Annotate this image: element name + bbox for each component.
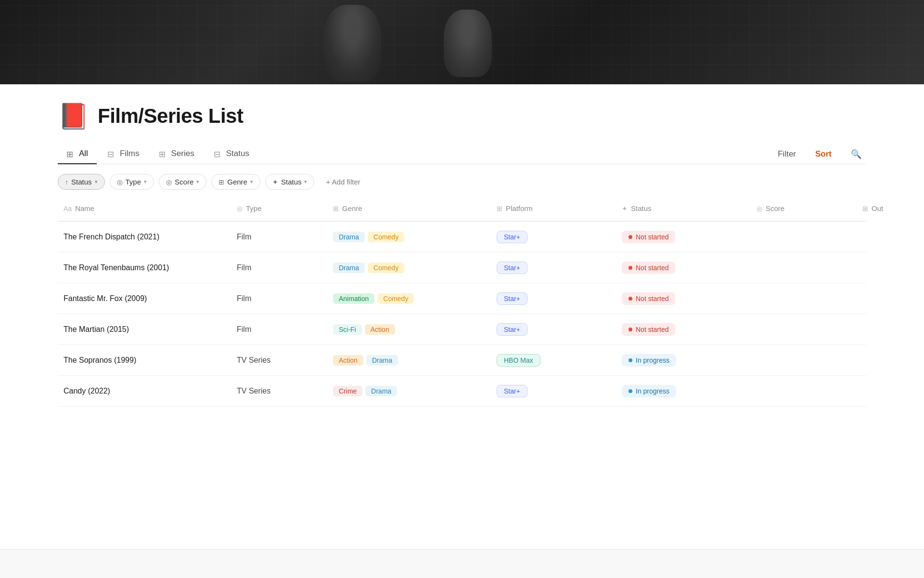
table-row[interactable]: Candy (2022)TV SeriesCrimeDramaStar+In p…	[58, 376, 866, 407]
cell-out-1	[857, 262, 914, 274]
add-filter-button[interactable]: + Add filter	[319, 174, 367, 189]
cell-type-5: TV Series	[231, 381, 327, 401]
type-col-icon: ◎	[237, 205, 243, 212]
cell-score-2	[751, 293, 857, 304]
type-filter-arrow: ▾	[144, 179, 147, 185]
tabs-row: ⊞ All ⊟ Films ⊞ Series ⊟ Status Filter S…	[58, 144, 866, 164]
cell-name-0: The French Dispatch (2021)	[58, 227, 231, 247]
status-badge: In progress	[622, 385, 676, 397]
col-header-platform[interactable]: ⊞ Platform	[491, 199, 616, 217]
platform-badge: Star+	[497, 323, 527, 336]
col-header-type[interactable]: ◎ Type	[231, 199, 327, 217]
col-header-out[interactable]: ⊞ Out	[857, 199, 914, 217]
genre-tag: Drama	[333, 263, 365, 273]
col-header-score[interactable]: ◎ Score	[751, 199, 857, 217]
type-col-label: Type	[246, 204, 262, 212]
cell-name-4: The Sopranos (1999)	[58, 350, 231, 370]
table-row[interactable]: The Sopranos (1999)TV SeriesActionDramaH…	[58, 345, 866, 376]
filter-chip-type[interactable]: ◎ Type ▾	[110, 174, 154, 190]
sort-button[interactable]: Sort	[810, 146, 836, 162]
genre-filter-arrow: ▾	[250, 179, 253, 185]
table-row[interactable]: The French Dispatch (2021)FilmDramaComed…	[58, 222, 866, 252]
cell-out-2	[857, 293, 914, 304]
score-filter-arrow: ▾	[196, 179, 199, 185]
tab-status[interactable]: ⊟ Status	[205, 144, 258, 164]
hero-figure-1	[323, 5, 381, 82]
col-header-status[interactable]: ✦ Status	[616, 199, 751, 217]
status-col-icon: ✦	[622, 205, 628, 212]
cell-platform-3: Star+	[491, 317, 616, 342]
cell-genre-4: ActionDrama	[327, 349, 491, 371]
filter-chip-genre[interactable]: ⊞ Genre ▾	[211, 174, 260, 190]
main-content: 📕 Film/Series List ⊞ All ⊟ Films ⊞ Serie…	[0, 84, 924, 435]
genre-tag: Drama	[365, 386, 397, 396]
platform-col-icon: ⊞	[497, 205, 502, 212]
type-filter-label: Type	[126, 178, 141, 186]
status-filter-icon: ↑	[65, 178, 68, 186]
tab-series-icon: ⊞	[159, 149, 167, 158]
filter-chips: ↑ Status ▾ ◎ Type ▾ ◎ Score ▾ ⊞ Genre ▾ …	[58, 174, 866, 190]
status-filter-arrow: ▾	[95, 179, 98, 185]
table-row[interactable]: The Martian (2015)FilmSci-FiActionStar+N…	[58, 314, 866, 345]
genre-filter-icon: ⊞	[218, 178, 224, 186]
tab-all[interactable]: ⊞ All	[58, 144, 97, 164]
cell-out-0	[857, 231, 914, 243]
title-row: 📕 Film/Series List	[58, 104, 866, 129]
genre-tag: Action	[365, 324, 395, 335]
filter-chip-status[interactable]: ↑ Status ▾	[58, 174, 105, 190]
filter-chip-status2[interactable]: ✦ Status ▾	[265, 174, 315, 190]
cell-platform-0: Star+	[491, 225, 616, 249]
platform-badge: Star+	[497, 385, 527, 397]
status-badge: In progress	[622, 354, 676, 367]
platform-badge: Star+	[497, 262, 527, 274]
genre-tag: Action	[333, 355, 363, 366]
cell-type-1: Film	[231, 258, 327, 278]
cell-platform-1: Star+	[491, 256, 616, 280]
status-filter-label: Status	[71, 178, 92, 186]
status-col-label: Status	[631, 204, 652, 212]
cell-type-0: Film	[231, 227, 327, 247]
genre-tag: Drama	[366, 355, 398, 366]
col-header-name[interactable]: Aa Name	[58, 199, 231, 217]
name-col-icon: Aa	[64, 205, 72, 212]
cell-status-2: Not started	[616, 287, 751, 311]
genre-tag: Comedy	[377, 293, 414, 304]
cell-genre-2: AnimationComedy	[327, 288, 491, 310]
status-badge: Not started	[622, 323, 675, 336]
status-dot	[629, 266, 632, 270]
genre-col-label: Genre	[342, 204, 362, 212]
cell-genre-0: DramaComedy	[327, 226, 491, 248]
tab-series[interactable]: ⊞ Series	[150, 144, 203, 164]
tab-all-label: All	[79, 149, 88, 158]
score-filter-label: Score	[175, 178, 193, 186]
table-row[interactable]: The Royal Tenenbaums (2001)FilmDramaCome…	[58, 252, 866, 283]
cell-score-4	[751, 355, 857, 366]
cell-name-3: The Martian (2015)	[58, 319, 231, 340]
cell-platform-4: HBO Max	[491, 348, 616, 372]
cell-genre-3: Sci-FiAction	[327, 318, 491, 341]
cell-platform-5: Star+	[491, 379, 616, 403]
filter-button[interactable]: Filter	[773, 146, 801, 162]
genre-tag: Crime	[333, 386, 362, 396]
name-col-label: Name	[75, 204, 94, 212]
col-header-genre[interactable]: ⊞ Genre	[327, 199, 491, 217]
score-col-label: Score	[766, 204, 784, 212]
search-button[interactable]: 🔍	[846, 146, 866, 162]
tabs-right: Filter Sort 🔍	[773, 146, 866, 162]
status-dot	[629, 297, 632, 301]
tab-films-label: Films	[120, 149, 140, 158]
cell-status-4: In progress	[616, 348, 751, 372]
filter-chip-score[interactable]: ◎ Score ▾	[159, 174, 206, 190]
cell-genre-1: DramaComedy	[327, 257, 491, 279]
platform-badge: Star+	[497, 292, 527, 305]
table-body: The French Dispatch (2021)FilmDramaComed…	[58, 222, 866, 407]
table-row[interactable]: Fantastic Mr. Fox (2009)FilmAnimationCom…	[58, 283, 866, 314]
cell-type-2: Film	[231, 289, 327, 309]
add-filter-label: + Add filter	[326, 178, 360, 186]
genre-tag: Sci-Fi	[333, 324, 362, 335]
tab-films[interactable]: ⊟ Films	[99, 144, 148, 164]
status2-filter-label: Status	[281, 178, 302, 186]
cell-out-3	[857, 324, 914, 335]
status-badge: Not started	[622, 262, 675, 274]
tabs-left: ⊞ All ⊟ Films ⊞ Series ⊟ Status	[58, 144, 258, 164]
